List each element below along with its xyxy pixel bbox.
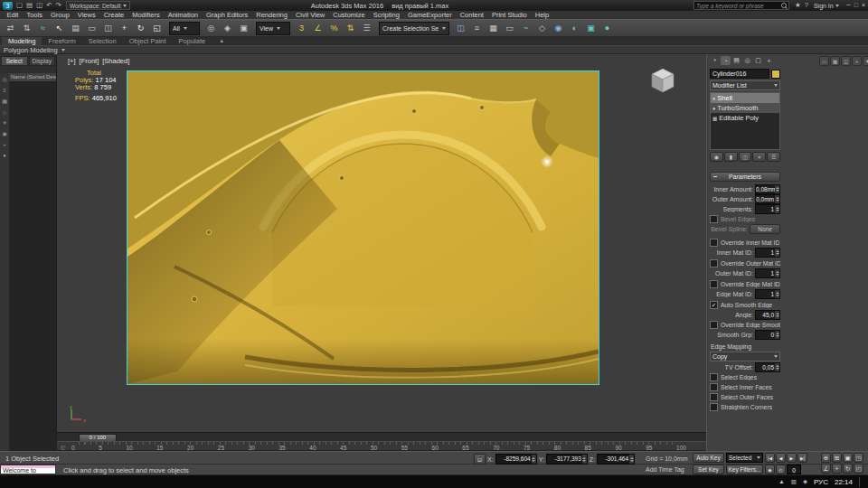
panel-icon-2[interactable]: ▦ [830,56,840,66]
material-editor-icon[interactable]: ◉ [551,21,566,35]
go-to-end-icon[interactable]: ▶| [797,453,807,463]
edit-named-selection-sets-icon[interactable]: ☰ [359,21,374,35]
ribbon-tab[interactable]: Object Paint [123,37,173,45]
explorer-shapes-icon[interactable]: ◇ [3,109,7,115]
viewport-canvas[interactable] [127,70,599,385]
checkbox[interactable] [710,403,718,411]
viewport-pov-menu[interactable]: [Front] [80,57,99,65]
absolute-mode-icon[interactable]: ⊡ [474,454,486,465]
modifier-stack-item[interactable]: ● TurboSmooth [711,103,779,113]
shell-option-checkbox[interactable]: Select Outer Faces [710,393,780,401]
spinner-arrows-icon[interactable] [775,363,779,371]
hidden-icons-icon[interactable]: ▲ [778,476,784,487]
z-coordinate-field[interactable]: -301,464 [597,454,635,465]
rectangular-selection-region-icon[interactable]: ▭ [84,21,99,35]
restore-button[interactable]: □ [854,1,858,10]
panel-icon-4[interactable]: + [852,56,862,66]
menu-item[interactable]: Customize [329,11,369,19]
explorer-list[interactable] [9,82,56,451]
sign-in-button[interactable]: Sign In [814,3,839,9]
maxscript-mini-listener[interactable]: Welcome to [0,465,56,474]
mat-id-spinner-field[interactable]: 1 [755,289,780,299]
spinner-arrows-icon[interactable] [775,290,779,298]
zoom-icon[interactable]: ⊕ [821,453,831,463]
override-mat-id-checkbox[interactable]: Override Inner Mat ID [710,239,780,247]
menu-item[interactable]: Group [46,11,73,19]
key-filters-button[interactable]: Key Filters... [726,465,763,474]
previous-frame-icon[interactable]: ◀ [776,453,786,463]
percent-snap-icon[interactable]: % [326,21,342,35]
param-spinner-field[interactable]: 1 [755,204,780,214]
undo-icon[interactable]: ↶ [44,1,53,10]
checkbox[interactable]: ✓ [710,301,718,309]
modifier-list-dropdown[interactable]: Modifier List [710,80,780,90]
viewport-shading-menu[interactable]: [Shaded] [102,57,129,65]
explorer-geometry-icon[interactable]: ▦ [2,99,7,104]
spinner-arrows-icon[interactable] [775,269,779,277]
modifier-visibility-icon[interactable]: ● [712,106,715,111]
go-to-start-icon[interactable]: |◀ [765,453,775,463]
checkbox[interactable] [710,239,718,247]
override-mat-id-checkbox[interactable]: Override Edge Mat ID [710,280,780,288]
menu-item[interactable]: Edit [3,11,23,19]
favorites-icon[interactable]: ★ [793,1,803,10]
menu-item[interactable]: Help [531,11,552,19]
create-tab-icon[interactable]: * [710,56,720,65]
checkbox[interactable] [710,321,718,329]
auto-key-button[interactable]: Auto Key [693,453,724,463]
window-crossing-icon[interactable]: ◫ [100,21,116,35]
track-bar-mode-icon[interactable]: ◴ [61,444,65,450]
time-slider[interactable]: 0 / 100 [57,432,706,441]
x-coordinate-field[interactable]: -8259,604 [495,454,537,465]
select-and-link-icon[interactable]: ⇄ [3,21,18,35]
modifier-stack[interactable]: ● Shell ● TurboSmooth ▦ Editable Poly [710,92,780,150]
maximize-viewport-icon[interactable]: ◰ [854,464,863,474]
checkbox[interactable] [710,393,718,401]
selection-filter-dropdown[interactable]: All [169,22,200,35]
help-icon[interactable]: ? [803,1,810,10]
set-key-button[interactable]: Set Key [693,465,724,474]
checkbox[interactable] [710,373,718,381]
explorer-materials-icon[interactable]: ● [3,153,6,158]
field-of-view-icon[interactable]: ∠ [821,464,831,474]
override-edge-smooth-checkbox[interactable]: Override Edge Smooth Grp [710,321,780,329]
menu-item[interactable]: Content [456,11,487,19]
display-tab-icon[interactable]: ▢ [753,56,763,65]
checkbox[interactable] [710,383,718,391]
explorer-tab[interactable]: Select [1,56,28,66]
layer-manager-icon[interactable]: ▦ [486,21,501,35]
explorer-cameras-icon[interactable]: ◉ [2,131,6,136]
explorer-helpers-icon[interactable]: + [3,142,6,147]
select-object-icon[interactable]: ↖ [52,21,67,35]
application-menu-icon[interactable]: 3 [3,2,13,10]
mirror-icon[interactable]: ◫ [453,21,468,35]
menu-item[interactable]: GameExporter [403,11,456,19]
spinner-arrows-icon[interactable] [775,311,779,319]
menu-item[interactable]: Modifiers [128,11,164,19]
panel-icon-3[interactable]: ◫ [841,56,851,66]
angle-spinner-field[interactable]: 45,0 [755,310,780,320]
pan-icon[interactable]: + [832,464,842,474]
modifier-stack-item[interactable]: ● Shell [711,93,779,103]
key-mode-toggle-icon[interactable]: ◆ [765,465,775,474]
play-icon[interactable]: ▶ [787,453,797,463]
explorer-column-header[interactable]: Name (Sorted Desce... [9,73,56,82]
bevel-spline-button[interactable]: None [750,224,780,234]
track-bar[interactable]: ◴ 05101520253035404550556065707580859095… [57,441,706,451]
param-spinner-field[interactable]: 0,0mm [755,194,780,204]
ribbon-toggle-icon[interactable]: ▭ [502,21,517,35]
select-and-rotate-icon[interactable]: ↻ [133,21,148,35]
shell-option-checkbox[interactable]: Straighten Corners [710,403,780,411]
checkbox[interactable] [710,259,718,267]
menu-item[interactable]: Print Studio [487,11,531,19]
mat-id-spinner-field[interactable]: 1 [755,268,780,278]
smooth-grp-spinner-field[interactable]: 0 [755,330,780,340]
modifier-stack-item[interactable]: ▦ Editable Poly [711,113,779,123]
checkbox[interactable] [710,215,718,223]
search-input[interactable] [696,3,781,9]
taskbar-clock[interactable]: 22:14 [835,478,853,486]
motion-tab-icon[interactable]: ◎ [742,56,752,65]
pin-stack-icon[interactable]: ◉ [710,152,723,162]
bind-to-space-warp-icon[interactable]: ≈ [35,21,51,35]
mat-id-spinner-field[interactable]: 1 [755,248,780,258]
